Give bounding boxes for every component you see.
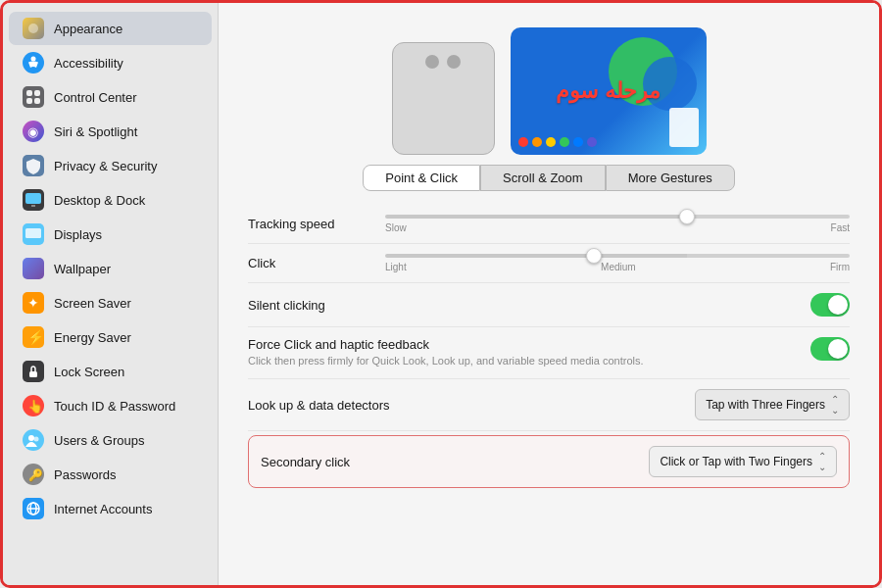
lookup-dropdown[interactable]: Tap with Three Fingers ⌃⌄ [695, 389, 850, 420]
sidebar-label-touchid: Touch ID & Password [54, 399, 175, 414]
sidebar: Appearance Accessibility Control Center … [3, 3, 219, 585]
banner-dot-orange [532, 137, 542, 147]
banner-text: مرحله سوم [556, 78, 660, 104]
lockscreen-icon [23, 361, 44, 382]
svg-point-28 [34, 437, 39, 442]
click-slider[interactable] [385, 254, 850, 258]
click-row: Click Light Medium Firm [248, 244, 850, 283]
tracking-fast-label: Fast [831, 222, 850, 233]
svg-text:◉: ◉ [27, 124, 38, 139]
trackpad-header: مرحله سوم [219, 3, 879, 155]
lookup-row: Look up & data detectors Tap with Three … [248, 379, 850, 431]
screensaver-icon: ✦ [23, 292, 44, 314]
touchid-icon: 👆 [23, 395, 44, 416]
energy-icon: ⚡ [23, 326, 44, 348]
secondary-click-value: Click or Tap with Two Fingers [660, 455, 812, 468]
sidebar-item-displays[interactable]: Displays [9, 218, 212, 251]
sidebar-label-privacy: Privacy & Security [54, 159, 157, 173]
svg-text:🔑: 🔑 [28, 467, 43, 482]
sidebar-item-wallpaper[interactable]: Wallpaper [9, 252, 212, 285]
force-click-sublabel: Click then press firmly for Quick Look, … [248, 354, 644, 368]
sidebar-label-siri: Siri & Spotlight [54, 124, 137, 139]
sidebar-item-desktop[interactable]: Desktop & Dock [9, 183, 212, 217]
sidebar-item-control-center[interactable]: Control Center [9, 80, 212, 114]
tracking-slow-label: Slow [385, 222, 407, 233]
sidebar-label-wallpaper: Wallpaper [54, 262, 111, 276]
accessibility-icon [23, 52, 44, 74]
secondary-click-chevron-icon: ⌃⌄ [818, 451, 826, 472]
click-control[interactable]: Light Medium Firm [385, 254, 850, 272]
password-icon: 🔑 [23, 464, 44, 485]
tracking-speed-label: Tracking speed [248, 217, 385, 231]
lookup-label: Look up & data detectors [248, 398, 390, 413]
tab-point-click[interactable]: Point & Click [363, 165, 480, 191]
svg-point-3 [31, 57, 36, 62]
secondary-click-dropdown[interactable]: Click or Tap with Two Fingers ⌃⌄ [649, 446, 837, 477]
trackpad-dots [425, 55, 461, 69]
force-click-knob [828, 339, 848, 359]
svg-text:✦: ✦ [27, 295, 39, 311]
click-label: Click [248, 256, 385, 270]
sidebar-item-password[interactable]: 🔑 Passwords [9, 458, 212, 491]
sidebar-item-screensaver[interactable]: ✦ Screen Saver [9, 286, 212, 319]
trackpad-dot-left [425, 55, 439, 69]
banner-dot-red [518, 137, 528, 147]
svg-rect-16 [25, 228, 41, 238]
tracking-speed-row: Tracking speed Slow Fast [248, 205, 850, 244]
users-icon [23, 429, 44, 451]
silent-clicking-knob [828, 295, 848, 315]
main-content: مرحله سوم Point & Click Scroll & Zoom Mo… [219, 3, 879, 585]
sidebar-item-appearance[interactable]: Appearance [9, 12, 212, 45]
sidebar-item-energy[interactable]: ⚡ Energy Saver [9, 320, 212, 354]
tracking-speed-thumb[interactable] [679, 209, 695, 224]
tracking-speed-control[interactable]: Slow Fast [385, 215, 850, 233]
sidebar-label-screensaver: Screen Saver [54, 296, 131, 311]
sidebar-item-touchid[interactable]: 👆 Touch ID & Password [9, 389, 212, 422]
svg-point-1 [28, 24, 38, 33]
banner-doc [669, 108, 699, 147]
sidebar-label-appearance: Appearance [54, 22, 122, 36]
banner-dot-purple [587, 137, 597, 147]
sidebar-item-siri[interactable]: ◉ Siri & Spotlight [9, 115, 212, 148]
lookup-value: Tap with Three Fingers [706, 398, 825, 412]
sidebar-label-internet: Internet Accounts [54, 502, 152, 516]
force-click-toggle[interactable] [810, 337, 850, 361]
appearance-icon [23, 18, 44, 39]
silent-clicking-label: Silent clicking [248, 298, 385, 313]
sidebar-item-internet[interactable]: Internet Accounts [9, 492, 212, 525]
sidebar-label-desktop: Desktop & Dock [54, 193, 145, 208]
svg-rect-17 [23, 258, 44, 279]
sidebar-item-accessibility[interactable]: Accessibility [9, 46, 212, 79]
internet-icon [23, 498, 44, 519]
click-labels: Light Medium Firm [385, 262, 850, 272]
sidebar-label-control-center: Control Center [54, 90, 137, 105]
sidebar-item-privacy[interactable]: Privacy & Security [9, 149, 212, 182]
force-click-text: Force Click and haptic feedback Click th… [248, 337, 644, 368]
secondary-click-label: Secondary click [261, 455, 398, 469]
displays-icon [23, 223, 44, 245]
sidebar-item-lockscreen[interactable]: Lock Screen [9, 355, 212, 388]
svg-rect-14 [31, 205, 35, 207]
tracking-speed-slider[interactable] [385, 215, 850, 219]
settings-area: Tracking speed Slow Fast Click Light [219, 197, 879, 585]
svg-rect-4 [23, 86, 44, 108]
lookup-chevron-icon: ⌃⌄ [831, 394, 839, 416]
desktop-icon [23, 189, 44, 211]
banner-dot-blue [573, 137, 583, 147]
tab-more-gestures[interactable]: More Gestures [606, 165, 735, 191]
sidebar-label-energy: Energy Saver [54, 330, 131, 345]
silent-clicking-toggle[interactable] [810, 293, 850, 317]
tab-scroll-zoom[interactable]: Scroll & Zoom [480, 165, 606, 191]
force-click-label: Force Click and haptic feedback [248, 337, 644, 352]
banner-dot-green [560, 137, 569, 147]
svg-rect-13 [25, 193, 41, 204]
force-click-row: Force Click and haptic feedback Click th… [248, 327, 850, 379]
siri-icon: ◉ [23, 121, 44, 142]
sidebar-label-password: Passwords [54, 467, 117, 482]
trackpad-image [392, 42, 495, 155]
sidebar-item-users[interactable]: Users & Groups [9, 423, 212, 457]
svg-text:👆: 👆 [27, 398, 44, 415]
banner-dots-row [518, 137, 597, 147]
privacy-icon [23, 155, 44, 176]
svg-rect-7 [26, 98, 32, 104]
